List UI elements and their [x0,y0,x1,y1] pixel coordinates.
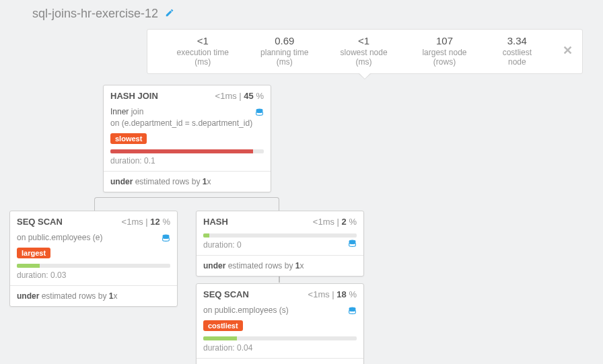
close-icon[interactable]: ✕ [563,43,573,58]
node-name: SEQ SCAN [17,217,63,227]
node-footer: under estimated rows by 1x [197,358,363,364]
duration-bar [203,233,357,238]
node-meta: <1ms | 2 % [313,217,357,227]
node-hash[interactable]: HASH<1ms | 2 % duration: 0 under estimat… [196,211,364,277]
stat-large: 107largest node (rows) [403,35,486,67]
header: sql-joins-hr-exercise-12 [0,0,603,29]
node-seq-scan-s[interactable]: SEQ SCAN<1ms | 18 % on public.employees … [196,283,364,364]
node-footer: under estimated rows by 1x [104,171,271,192]
stat-slow: <1slowest node (ms) [324,35,403,67]
stat-plan: 0.69planning time (ms) [245,35,325,67]
connector [279,276,280,283]
node-desc: on public.employees (e) [17,232,170,244]
duration-bar [17,264,170,268]
database-icon [255,108,264,119]
node-meta: <1ms | 45 % [215,91,264,101]
stat-exec: <1execution time (ms) [161,35,245,67]
tag-slowest: slowest [110,133,147,144]
duration-label: duration: 0.1 [110,156,264,166]
database-icon [348,306,357,318]
plan-canvas: HASH JOIN<1ms | 45 % Inner joinon (e.dep… [0,74,603,364]
edit-icon[interactable] [165,8,174,20]
node-seq-scan-e[interactable]: SEQ SCAN<1ms | 12 % on public.employees … [9,211,178,307]
connector [94,197,279,211]
stats-bar: <1execution time (ms) 0.69planning time … [147,29,583,74]
tag-largest: largest [17,248,50,258]
duration-label: duration: 0 [203,240,357,250]
page-title: sql-joins-hr-exercise-12 [32,7,158,21]
duration-bar [110,149,264,153]
tag-costliest: costliest [203,320,243,331]
node-name: HASH [203,217,228,227]
node-desc: Inner joinon (e.department_id = s.depart… [110,106,264,129]
node-name: SEQ SCAN [203,289,249,299]
node-name: HASH JOIN [110,91,158,101]
duration-bar [203,336,357,340]
node-desc: on public.employees (s) [203,305,357,316]
duration-label: duration: 0.03 [17,270,170,280]
node-meta: <1ms | 18 % [308,289,357,299]
node-footer: under estimated rows by 1x [10,285,177,306]
database-icon [162,233,170,245]
node-footer: under estimated rows by 1x [197,255,363,276]
node-meta: <1ms | 12 % [122,217,170,227]
stat-cost: 3.34costliest node [486,35,548,67]
node-hash-join[interactable]: HASH JOIN<1ms | 45 % Inner joinon (e.dep… [103,85,271,192]
database-icon [348,239,357,250]
duration-label: duration: 0.04 [203,343,357,353]
